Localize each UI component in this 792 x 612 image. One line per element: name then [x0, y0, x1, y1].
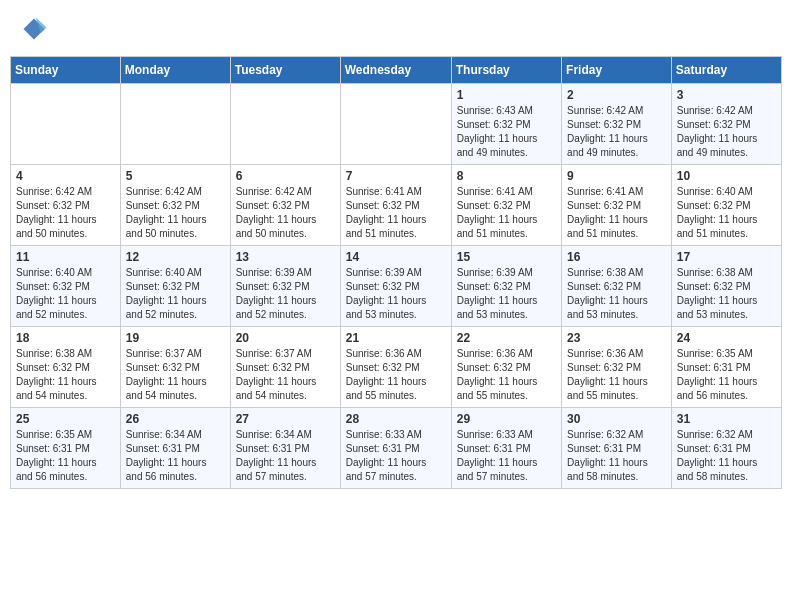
calendar-week-row: 18Sunrise: 6:38 AM Sunset: 6:32 PM Dayli…	[11, 327, 782, 408]
calendar-body: 1Sunrise: 6:43 AM Sunset: 6:32 PM Daylig…	[11, 84, 782, 489]
day-detail: Sunrise: 6:42 AM Sunset: 6:32 PM Dayligh…	[677, 104, 776, 160]
day-detail: Sunrise: 6:33 AM Sunset: 6:31 PM Dayligh…	[457, 428, 556, 484]
day-number: 21	[346, 331, 446, 345]
calendar-week-row: 4Sunrise: 6:42 AM Sunset: 6:32 PM Daylig…	[11, 165, 782, 246]
day-detail: Sunrise: 6:39 AM Sunset: 6:32 PM Dayligh…	[236, 266, 335, 322]
day-detail: Sunrise: 6:38 AM Sunset: 6:32 PM Dayligh…	[16, 347, 115, 403]
calendar-week-row: 1Sunrise: 6:43 AM Sunset: 6:32 PM Daylig…	[11, 84, 782, 165]
calendar-cell: 15Sunrise: 6:39 AM Sunset: 6:32 PM Dayli…	[451, 246, 561, 327]
day-detail: Sunrise: 6:32 AM Sunset: 6:31 PM Dayligh…	[567, 428, 666, 484]
calendar-cell: 20Sunrise: 6:37 AM Sunset: 6:32 PM Dayli…	[230, 327, 340, 408]
day-detail: Sunrise: 6:39 AM Sunset: 6:32 PM Dayligh…	[346, 266, 446, 322]
weekday-header-wednesday: Wednesday	[340, 57, 451, 84]
day-number: 15	[457, 250, 556, 264]
day-number: 11	[16, 250, 115, 264]
day-number: 30	[567, 412, 666, 426]
day-number: 6	[236, 169, 335, 183]
day-detail: Sunrise: 6:42 AM Sunset: 6:32 PM Dayligh…	[16, 185, 115, 241]
calendar-cell: 6Sunrise: 6:42 AM Sunset: 6:32 PM Daylig…	[230, 165, 340, 246]
day-number: 2	[567, 88, 666, 102]
day-number: 25	[16, 412, 115, 426]
calendar-cell: 4Sunrise: 6:42 AM Sunset: 6:32 PM Daylig…	[11, 165, 121, 246]
calendar-cell: 16Sunrise: 6:38 AM Sunset: 6:32 PM Dayli…	[562, 246, 672, 327]
day-detail: Sunrise: 6:36 AM Sunset: 6:32 PM Dayligh…	[567, 347, 666, 403]
calendar-cell: 14Sunrise: 6:39 AM Sunset: 6:32 PM Dayli…	[340, 246, 451, 327]
day-number: 10	[677, 169, 776, 183]
day-number: 24	[677, 331, 776, 345]
calendar-cell: 31Sunrise: 6:32 AM Sunset: 6:31 PM Dayli…	[671, 408, 781, 489]
calendar-cell: 28Sunrise: 6:33 AM Sunset: 6:31 PM Dayli…	[340, 408, 451, 489]
page-header	[10, 10, 782, 48]
day-number: 18	[16, 331, 115, 345]
calendar-cell: 8Sunrise: 6:41 AM Sunset: 6:32 PM Daylig…	[451, 165, 561, 246]
calendar-cell: 10Sunrise: 6:40 AM Sunset: 6:32 PM Dayli…	[671, 165, 781, 246]
day-detail: Sunrise: 6:40 AM Sunset: 6:32 PM Dayligh…	[677, 185, 776, 241]
day-detail: Sunrise: 6:41 AM Sunset: 6:32 PM Dayligh…	[346, 185, 446, 241]
day-number: 23	[567, 331, 666, 345]
calendar-cell: 19Sunrise: 6:37 AM Sunset: 6:32 PM Dayli…	[120, 327, 230, 408]
calendar-cell: 1Sunrise: 6:43 AM Sunset: 6:32 PM Daylig…	[451, 84, 561, 165]
day-detail: Sunrise: 6:42 AM Sunset: 6:32 PM Dayligh…	[126, 185, 225, 241]
day-detail: Sunrise: 6:36 AM Sunset: 6:32 PM Dayligh…	[346, 347, 446, 403]
weekday-header-monday: Monday	[120, 57, 230, 84]
calendar-cell: 29Sunrise: 6:33 AM Sunset: 6:31 PM Dayli…	[451, 408, 561, 489]
calendar-cell	[120, 84, 230, 165]
calendar-week-row: 25Sunrise: 6:35 AM Sunset: 6:31 PM Dayli…	[11, 408, 782, 489]
day-number: 17	[677, 250, 776, 264]
day-detail: Sunrise: 6:41 AM Sunset: 6:32 PM Dayligh…	[457, 185, 556, 241]
day-detail: Sunrise: 6:40 AM Sunset: 6:32 PM Dayligh…	[16, 266, 115, 322]
calendar-cell: 12Sunrise: 6:40 AM Sunset: 6:32 PM Dayli…	[120, 246, 230, 327]
weekday-header-friday: Friday	[562, 57, 672, 84]
calendar-cell: 23Sunrise: 6:36 AM Sunset: 6:32 PM Dayli…	[562, 327, 672, 408]
day-number: 3	[677, 88, 776, 102]
weekday-header-thursday: Thursday	[451, 57, 561, 84]
day-number: 29	[457, 412, 556, 426]
day-detail: Sunrise: 6:37 AM Sunset: 6:32 PM Dayligh…	[236, 347, 335, 403]
day-detail: Sunrise: 6:42 AM Sunset: 6:32 PM Dayligh…	[236, 185, 335, 241]
logo-icon	[20, 15, 48, 43]
day-number: 4	[16, 169, 115, 183]
calendar-cell: 2Sunrise: 6:42 AM Sunset: 6:32 PM Daylig…	[562, 84, 672, 165]
calendar-cell: 30Sunrise: 6:32 AM Sunset: 6:31 PM Dayli…	[562, 408, 672, 489]
calendar-cell: 9Sunrise: 6:41 AM Sunset: 6:32 PM Daylig…	[562, 165, 672, 246]
day-detail: Sunrise: 6:33 AM Sunset: 6:31 PM Dayligh…	[346, 428, 446, 484]
calendar-cell	[230, 84, 340, 165]
day-number: 20	[236, 331, 335, 345]
day-detail: Sunrise: 6:37 AM Sunset: 6:32 PM Dayligh…	[126, 347, 225, 403]
calendar-cell: 25Sunrise: 6:35 AM Sunset: 6:31 PM Dayli…	[11, 408, 121, 489]
calendar-table: SundayMondayTuesdayWednesdayThursdayFrid…	[10, 56, 782, 489]
calendar-cell: 5Sunrise: 6:42 AM Sunset: 6:32 PM Daylig…	[120, 165, 230, 246]
calendar-cell: 22Sunrise: 6:36 AM Sunset: 6:32 PM Dayli…	[451, 327, 561, 408]
day-number: 12	[126, 250, 225, 264]
calendar-cell: 26Sunrise: 6:34 AM Sunset: 6:31 PM Dayli…	[120, 408, 230, 489]
day-number: 9	[567, 169, 666, 183]
day-detail: Sunrise: 6:40 AM Sunset: 6:32 PM Dayligh…	[126, 266, 225, 322]
calendar-cell: 13Sunrise: 6:39 AM Sunset: 6:32 PM Dayli…	[230, 246, 340, 327]
day-number: 27	[236, 412, 335, 426]
day-number: 16	[567, 250, 666, 264]
day-detail: Sunrise: 6:42 AM Sunset: 6:32 PM Dayligh…	[567, 104, 666, 160]
day-detail: Sunrise: 6:38 AM Sunset: 6:32 PM Dayligh…	[677, 266, 776, 322]
weekday-header-row: SundayMondayTuesdayWednesdayThursdayFrid…	[11, 57, 782, 84]
day-number: 8	[457, 169, 556, 183]
day-detail: Sunrise: 6:39 AM Sunset: 6:32 PM Dayligh…	[457, 266, 556, 322]
calendar-cell: 7Sunrise: 6:41 AM Sunset: 6:32 PM Daylig…	[340, 165, 451, 246]
day-number: 7	[346, 169, 446, 183]
day-detail: Sunrise: 6:36 AM Sunset: 6:32 PM Dayligh…	[457, 347, 556, 403]
day-number: 19	[126, 331, 225, 345]
day-detail: Sunrise: 6:41 AM Sunset: 6:32 PM Dayligh…	[567, 185, 666, 241]
day-detail: Sunrise: 6:38 AM Sunset: 6:32 PM Dayligh…	[567, 266, 666, 322]
day-number: 14	[346, 250, 446, 264]
day-number: 31	[677, 412, 776, 426]
weekday-header-sunday: Sunday	[11, 57, 121, 84]
day-number: 22	[457, 331, 556, 345]
calendar-cell: 11Sunrise: 6:40 AM Sunset: 6:32 PM Dayli…	[11, 246, 121, 327]
calendar-cell: 3Sunrise: 6:42 AM Sunset: 6:32 PM Daylig…	[671, 84, 781, 165]
weekday-header-saturday: Saturday	[671, 57, 781, 84]
day-detail: Sunrise: 6:43 AM Sunset: 6:32 PM Dayligh…	[457, 104, 556, 160]
day-detail: Sunrise: 6:32 AM Sunset: 6:31 PM Dayligh…	[677, 428, 776, 484]
day-detail: Sunrise: 6:34 AM Sunset: 6:31 PM Dayligh…	[236, 428, 335, 484]
calendar-cell: 27Sunrise: 6:34 AM Sunset: 6:31 PM Dayli…	[230, 408, 340, 489]
day-detail: Sunrise: 6:35 AM Sunset: 6:31 PM Dayligh…	[16, 428, 115, 484]
calendar-cell: 21Sunrise: 6:36 AM Sunset: 6:32 PM Dayli…	[340, 327, 451, 408]
